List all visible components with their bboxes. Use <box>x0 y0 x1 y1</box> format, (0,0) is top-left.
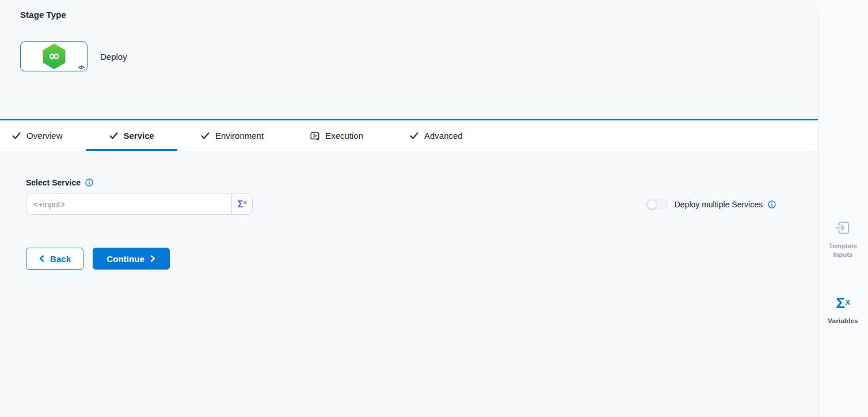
tab-execution[interactable]: Execution <box>287 120 386 151</box>
check-icon <box>200 131 210 141</box>
check-icon <box>109 131 119 141</box>
service-tab-content: Select Service Σ x <box>0 151 818 417</box>
app-root: Stage Type ∞ <box>0 0 868 417</box>
tab-label: Advanced <box>424 131 463 141</box>
chevron-right-icon <box>150 255 156 262</box>
service-form-row: Σ x Deploy multiple Services <box>26 194 818 215</box>
toggle-knob <box>648 200 657 209</box>
tab-advanced[interactable]: Advanced <box>386 120 486 151</box>
rail-divider <box>818 16 818 417</box>
tab-label: Service <box>124 131 154 141</box>
continue-button[interactable]: Continue <box>93 248 170 270</box>
code-icon: </> <box>78 65 84 70</box>
wizard-button-row: Back Continue <box>26 248 818 270</box>
back-button[interactable]: Back <box>26 248 83 270</box>
tab-label: Overview <box>26 131 63 141</box>
service-input-group: Σ x <box>26 194 253 215</box>
chevron-left-icon <box>39 255 45 262</box>
select-service-label: Select Service <box>26 178 81 187</box>
info-icon[interactable] <box>85 179 93 187</box>
deploy-multiple-services-toggle[interactable] <box>646 199 667 210</box>
runtime-input-sigma-button[interactable]: Σ x <box>231 194 253 215</box>
variables-label: Variables <box>828 317 858 324</box>
deploy-multiple-services-label: Deploy multiple Services <box>675 200 763 209</box>
svg-text:∞: ∞ <box>48 48 60 64</box>
tab-label: Environment <box>215 131 264 141</box>
variables-sigma-icon: Σ x <box>836 294 850 312</box>
stage-config-panel: Stage Type ∞ <box>0 0 818 417</box>
stage-type-heading: Stage Type <box>20 10 818 20</box>
info-icon[interactable] <box>768 200 776 208</box>
tab-service[interactable]: Service <box>86 120 177 151</box>
stage-type-section: Stage Type ∞ <box>0 0 818 119</box>
stage-type-label: Deploy <box>100 52 127 62</box>
variables-button[interactable]: Σ x Variables <box>818 294 868 324</box>
select-service-label-row: Select Service <box>26 178 818 187</box>
play-square-icon <box>310 131 320 141</box>
template-inputs-button[interactable]: Template Inputs <box>818 219 868 259</box>
stage-type-row: ∞ </> Deploy <box>20 41 818 71</box>
select-service-input[interactable] <box>26 194 231 215</box>
template-inputs-icon <box>834 219 852 237</box>
check-icon <box>12 131 21 141</box>
right-rail: Template Inputs Σ x Variables <box>818 0 868 417</box>
deploy-multiple-services-group: Deploy multiple Services <box>646 199 776 210</box>
deploy-stage-card[interactable]: ∞ </> <box>20 41 87 71</box>
stage-tabs: Overview Service Environment <box>0 119 818 151</box>
sigma-icon: Σ <box>238 200 243 209</box>
tab-environment[interactable]: Environment <box>177 120 287 151</box>
cd-hexagon-icon: ∞ <box>41 44 67 69</box>
check-icon <box>409 131 419 141</box>
tab-label: Execution <box>325 131 363 141</box>
template-inputs-label: Template Inputs <box>825 242 861 259</box>
tab-overview[interactable]: Overview <box>12 120 86 151</box>
